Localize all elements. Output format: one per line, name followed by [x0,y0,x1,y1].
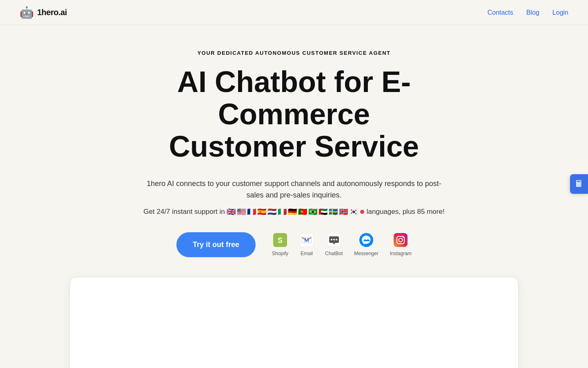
flag-ae: 🇦🇪 [318,208,327,215]
svg-point-7 [333,239,335,240]
svg-text:S: S [278,236,283,245]
flag-se: 🇸🇪 [329,208,338,215]
flag-gb: 🇬🇧 [227,208,236,215]
messenger-label: Messenger [354,251,378,256]
flag-de: 🇩🇪 [288,208,297,215]
chatbot-icon [327,233,341,249]
flag-no: 🇳🇴 [339,208,348,215]
chatbot-label: ChatBot [325,251,343,256]
logo[interactable]: 🤖 1hero.ai [20,6,67,19]
flag-nl: 🇳🇱 [267,208,276,215]
integration-messenger: Messenger [354,233,378,256]
instagram-icon [394,233,408,249]
flag-it: 🇮🇹 [278,208,287,215]
flag-us: 🇺🇸 [237,208,246,215]
red-dot-icon [360,210,364,214]
hero-title-line2: Customer Service [169,130,419,163]
shopify-icon: S [273,233,287,249]
svg-point-6 [331,239,332,240]
cta-row: Try it out free S Shopify [176,232,412,257]
languages-prefix: Get 24/7 instant support in [143,208,225,216]
logo-robot-icon: 🤖 [20,6,34,19]
instagram-label: Instagram [390,251,412,256]
integration-email: M Email [300,233,314,256]
svg-rect-10 [394,233,408,247]
flag-pt: 🇵🇹 [298,208,307,215]
messenger-icon [359,233,373,249]
header: 🤖 1hero.ai Contacts Blog Login [0,0,588,25]
integration-chatbot: ChatBot [325,233,343,256]
languages-suffix: languages, plus 85 more! [367,208,445,216]
integration-shopify: S Shopify [272,233,288,256]
svg-text:M: M [304,237,309,243]
hero-title: AI Chatbot for E-Commerce Customer Servi… [110,66,478,163]
flag-fr: 🇫🇷 [247,208,256,215]
languages-line: Get 24/7 instant support in 🇬🇧 🇺🇸 🇫🇷 🇪🇸 … [143,208,444,216]
shopify-label: Shopify [272,251,288,256]
integrations-row: S Shopify M Email [272,233,412,256]
nav-contacts[interactable]: Contacts [488,9,513,16]
integration-instagram: Instagram [390,233,412,256]
flag-br: 🇧🇷 [308,208,317,215]
email-icon: M [300,233,314,249]
flags-group: 🇬🇧 🇺🇸 🇫🇷 🇪🇸 🇳🇱 🇮🇹 🇩🇪 🇵🇹 🇧🇷 🇦🇪 🇸🇪 🇳🇴 🇰🇷 [227,208,365,215]
subtitle-tag: YOUR DEDICATED AUTONOMOUS CUSTOMER SERVI… [197,50,390,56]
logo-text: 1hero.ai [37,8,67,17]
hero-description: 1hero AI connects to your customer suppo… [139,178,449,202]
svg-point-8 [336,239,337,240]
demo-container [69,277,519,368]
try-free-button[interactable]: Try it out free [176,232,256,257]
calculator-icon: 🖩 [575,179,584,189]
nav-login[interactable]: Login [552,9,568,16]
nav: Contacts Blog Login [488,9,568,16]
hero-title-line1: AI Chatbot for E-Commerce [177,65,411,130]
flag-es: 🇪🇸 [257,208,266,215]
main-content: YOUR DEDICATED AUTONOMOUS CUSTOMER SERVI… [0,25,588,368]
nav-blog[interactable]: Blog [526,9,539,16]
floating-calculator-button[interactable]: 🖩 [570,174,588,194]
email-label: Email [301,251,313,256]
svg-point-13 [403,237,403,238]
flag-kr: 🇰🇷 [349,208,358,215]
